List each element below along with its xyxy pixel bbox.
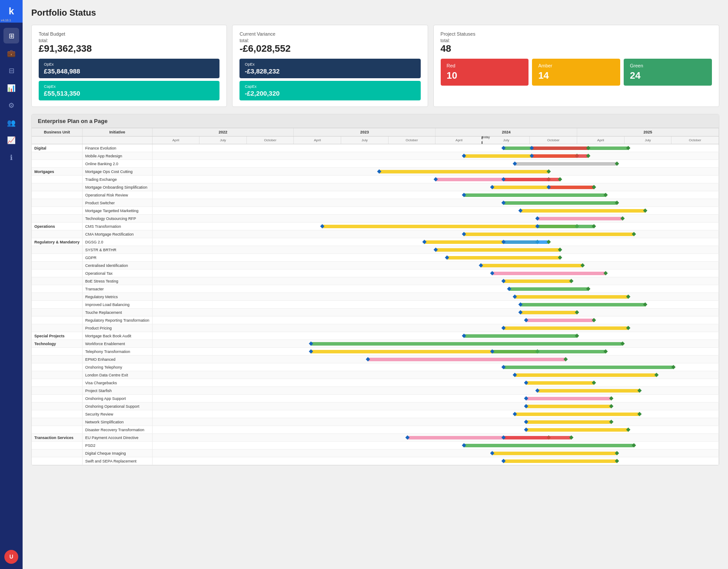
gantt-bar (311, 342, 622, 346)
budget-breakdown: OpEx £35,848,988 CapEx £55,513,350 (39, 59, 219, 100)
gantt-init-cell: Disaster Recovery Transformation (83, 426, 153, 434)
app-logo[interactable]: k v4.10.1 (0, 0, 23, 23)
gantt-init-cell: Network Simplification (83, 418, 153, 426)
gantt-init-cell: Telephony Transformation (83, 348, 153, 356)
gantt-bu-cell (32, 418, 83, 426)
gantt-init-cell: Regulatory Reporting Transformation (83, 316, 153, 324)
kpi-variance: Current Variance total: -£6,028,552 OpEx… (232, 25, 428, 107)
gantt-visual-cell (152, 160, 718, 168)
gantt-init-cell: Transacter (83, 285, 153, 293)
gantt-visual-cell (152, 379, 718, 387)
status-green-value: 24 (630, 70, 706, 81)
budget-opex-value: £35,848,988 (44, 67, 80, 75)
sidebar-icon-grid[interactable]: ⊞ (3, 28, 19, 43)
gantt-bu-cell: Regulatory & Mandatory (32, 238, 83, 246)
budget-opex-label: OpEx (44, 62, 214, 67)
gantt-row: TechnologyWorkforce Enablement (32, 340, 719, 348)
gantt-row: Project Starfish (32, 387, 719, 395)
gantt-bar (481, 264, 582, 267)
gantt-bu-cell (32, 277, 83, 285)
gantt-init-cell: Swift and SEPA Replacement (83, 457, 153, 465)
sidebar: k v4.10.1 ⊞ 💼 ⊟ 📊 ⚙ 👥 📈 ℹ U (0, 0, 23, 569)
col-header-year-2022: 2022 (152, 128, 294, 136)
budget-capex-box: CapEx £55,513,350 (39, 81, 219, 100)
variance-capex-box: CapEx -£2,200,320 (239, 81, 420, 100)
sidebar-icon-briefcase[interactable]: 💼 (3, 45, 19, 61)
gantt-bar (526, 420, 611, 424)
gantt-bar (526, 397, 611, 400)
gantt-bu-cell (32, 316, 83, 324)
col-header-year-2025: 2025 (577, 128, 719, 136)
enterprise-plan-section: Enterprise Plan on a Page Business UnitI… (31, 114, 719, 466)
sidebar-icon-bar-chart[interactable]: 📈 (3, 132, 19, 148)
col-header-initiative: Initiative (83, 128, 153, 136)
gantt-bu-cell: Operations (32, 223, 83, 230)
sidebar-icon-info[interactable]: ℹ (3, 150, 19, 165)
budget-total: £91,362,338 (39, 43, 219, 54)
gantt-container[interactable]: Business UnitInitiative2022202320242025A… (32, 128, 719, 465)
gantt-bar (503, 178, 560, 181)
gantt-bar (515, 295, 628, 299)
statuses-total: 48 (441, 43, 712, 54)
user-avatar[interactable]: U (4, 550, 18, 564)
budget-label: Total Budget (39, 31, 219, 37)
gantt-init-cell: GDPR (83, 254, 153, 262)
gantt-bar (503, 459, 616, 463)
gantt-visual-cell (152, 410, 718, 418)
gantt-bar (520, 303, 645, 306)
gantt-init-cell: Product Pricing (83, 324, 153, 332)
gantt-row: MortgagesMortgage Ops Cost Cutting (32, 168, 719, 176)
gantt-bar (520, 209, 645, 213)
gantt-bu-cell (32, 426, 83, 434)
gantt-bu-cell (32, 262, 83, 270)
gantt-init-cell: Product Switcher (83, 199, 153, 207)
gantt-visual-cell (152, 316, 718, 324)
gantt-bu-cell (32, 403, 83, 410)
gantt-row: Technology Outsourcing RFP (32, 215, 719, 223)
gantt-bu-cell: Digital (32, 144, 83, 152)
status-row: Red 10 Amber 14 Green 24 (441, 59, 712, 86)
sidebar-icon-chart[interactable]: 📊 (3, 80, 19, 96)
sidebar-icon-settings[interactable]: ⚙ (3, 97, 19, 113)
gantt-bar (464, 193, 605, 197)
gantt-row: Regulatory Metrics (32, 293, 719, 301)
gantt-row: Special ProjectsMortgage Back Book Audit (32, 332, 719, 340)
gantt-init-cell: EPMO Enhanced (83, 356, 153, 363)
gantt-bu-cell (32, 191, 83, 199)
gantt-init-cell: Trading Exchange (83, 176, 153, 183)
gantt-row: Onshoring App Support (32, 395, 719, 403)
gantt-row: Mortgage Targetted Marketting (32, 207, 719, 215)
enterprise-plan-header: Enterprise Plan on a Page (32, 114, 719, 128)
gantt-bar (532, 154, 588, 158)
gantt-bar (379, 170, 549, 173)
sidebar-icon-table[interactable]: ⊟ (3, 63, 19, 78)
gantt-row: Product Switcher (32, 199, 719, 207)
gantt-row: Network Simplification (32, 418, 719, 426)
gantt-bu-cell (32, 176, 83, 183)
col-header-q-2024-October: October (530, 136, 577, 144)
gantt-init-cell: Onshoring App Support (83, 395, 153, 403)
gantt-bar (532, 146, 588, 150)
gantt-row: Improved Load Balancing (32, 301, 719, 309)
status-red-label: Red (447, 63, 523, 68)
gantt-bar (548, 186, 594, 189)
gantt-row: Swift and SEPA Replacement (32, 457, 719, 465)
gantt-row: Regulatory Reporting Transformation (32, 316, 719, 324)
gantt-row: Transaction ServicesEU Payment Account D… (32, 434, 719, 442)
gantt-visual-cell (152, 457, 718, 465)
gantt-visual-cell (152, 277, 718, 285)
budget-capex-value: £55,513,350 (44, 90, 80, 97)
gantt-init-cell: BoE Stress Testing (83, 277, 153, 285)
gantt-visual-cell (152, 324, 718, 332)
gantt-init-cell: Mortgage Back Book Audit (83, 332, 153, 340)
kpi-row: Total Budget total: £91,362,338 OpEx £35… (31, 25, 719, 107)
gantt-visual-cell (152, 403, 718, 410)
gantt-visual-cell (152, 426, 718, 434)
gantt-row: DigitalFinance Evolution (32, 144, 719, 152)
sidebar-icon-users[interactable]: 👥 (3, 115, 19, 130)
status-green-label: Green (630, 63, 706, 68)
variance-breakdown: OpEx -£3,828,232 CapEx -£2,200,320 (239, 59, 420, 100)
gantt-bu-cell (32, 371, 83, 379)
variance-capex-value: -£2,200,320 (245, 90, 279, 97)
gantt-row: Centralised Identification (32, 262, 719, 270)
